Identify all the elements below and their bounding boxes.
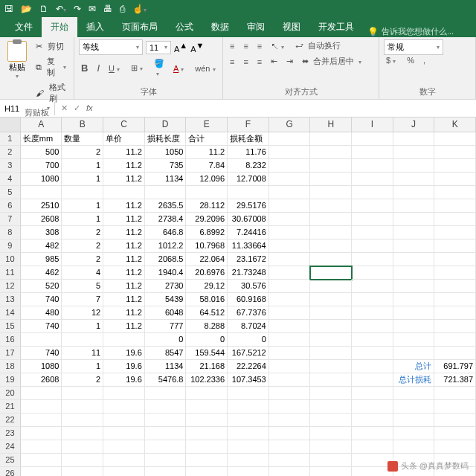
row-header[interactable]: 16: [0, 333, 21, 347]
cell[interactable]: [21, 427, 62, 440]
cell[interactable]: 12.096: [186, 173, 228, 186]
cell[interactable]: 1: [62, 199, 103, 213]
cell[interactable]: [21, 186, 62, 199]
cell[interactable]: [269, 226, 311, 239]
cell[interactable]: [103, 186, 145, 199]
merge-button[interactable]: ⬌ 合并后居中▾: [300, 55, 366, 68]
cell[interactable]: [21, 400, 62, 414]
cell[interactable]: [434, 253, 476, 266]
tab-insert[interactable]: 插入: [77, 17, 113, 37]
cell[interactable]: [62, 467, 103, 476]
cell[interactable]: [269, 239, 311, 253]
cell[interactable]: 5: [62, 280, 103, 293]
cell[interactable]: [145, 440, 187, 454]
cell[interactable]: 1: [62, 159, 103, 173]
cell[interactable]: [269, 213, 311, 226]
cell[interactable]: 2: [62, 373, 103, 387]
cell[interactable]: [62, 387, 103, 400]
cell[interactable]: [393, 213, 435, 226]
cell[interactable]: 数量: [62, 132, 103, 146]
cell[interactable]: [103, 414, 145, 427]
row-header[interactable]: 3: [0, 159, 21, 173]
cell[interactable]: [228, 467, 269, 476]
row-header[interactable]: 5: [0, 186, 21, 199]
col-header[interactable]: G: [269, 118, 311, 132]
cell[interactable]: 11.2: [103, 199, 145, 213]
cell[interactable]: 67.7376: [228, 306, 269, 320]
row-header[interactable]: 26: [0, 467, 21, 476]
tell-me[interactable]: 💡 告诉我您想做什么...: [367, 26, 454, 37]
cell[interactable]: [145, 400, 187, 414]
cell[interactable]: [186, 454, 228, 467]
cell[interactable]: 11.2: [103, 266, 145, 280]
cell[interactable]: 2608: [21, 213, 62, 226]
cell[interactable]: [434, 347, 476, 360]
cell[interactable]: 6048: [145, 306, 187, 320]
cell[interactable]: 107.3453: [228, 373, 269, 387]
cell[interactable]: 0: [186, 333, 228, 347]
cell[interactable]: 22.2264: [228, 360, 269, 373]
cell[interactable]: [393, 427, 435, 440]
row-header[interactable]: 4: [0, 173, 21, 186]
row-header[interactable]: 2: [0, 146, 21, 159]
row-header[interactable]: 18: [0, 360, 21, 373]
cell[interactable]: [310, 467, 352, 476]
cell[interactable]: [186, 186, 228, 199]
cell[interactable]: 1: [62, 360, 103, 373]
enter-icon[interactable]: ✓: [74, 103, 80, 113]
row-header[interactable]: 19: [0, 373, 21, 387]
row-header[interactable]: 25: [0, 454, 21, 467]
cell[interactable]: 735: [145, 159, 187, 173]
cell[interactable]: [62, 427, 103, 440]
cell[interactable]: [352, 132, 393, 146]
tab-developer[interactable]: 开发工具: [309, 17, 363, 37]
cell[interactable]: 1080: [21, 360, 62, 373]
cell[interactable]: 11: [62, 347, 103, 360]
cell[interactable]: [228, 440, 269, 454]
increase-indent-icon[interactable]: ⇥: [284, 56, 295, 67]
cell[interactable]: [62, 414, 103, 427]
cell[interactable]: 2068.5: [145, 253, 187, 266]
cell[interactable]: [62, 400, 103, 414]
col-header[interactable]: B: [62, 118, 103, 132]
cell[interactable]: [352, 373, 393, 387]
col-header[interactable]: F: [228, 118, 269, 132]
cell[interactable]: [393, 253, 435, 266]
cell[interactable]: [186, 427, 228, 440]
cell[interactable]: [393, 293, 435, 306]
cell[interactable]: 合计: [186, 132, 228, 146]
col-header[interactable]: K: [434, 118, 476, 132]
col-header[interactable]: I: [352, 118, 393, 132]
row-header[interactable]: 11: [0, 266, 21, 280]
row-header[interactable]: 13: [0, 293, 21, 306]
cell[interactable]: 58.016: [186, 293, 228, 306]
align-left-icon[interactable]: ≡: [228, 57, 237, 67]
cell[interactable]: 11.2: [103, 173, 145, 186]
cell[interactable]: [145, 414, 187, 427]
cell[interactable]: 102.2336: [186, 373, 228, 387]
tab-review[interactable]: 审阅: [238, 17, 274, 37]
cell[interactable]: [62, 454, 103, 467]
cell[interactable]: [310, 213, 352, 226]
cell[interactable]: [269, 173, 311, 186]
cell[interactable]: 2738.4: [145, 213, 187, 226]
row-header[interactable]: 17: [0, 347, 21, 360]
cell[interactable]: [145, 186, 187, 199]
cell[interactable]: [310, 454, 352, 467]
cell[interactable]: [352, 226, 393, 239]
row-header[interactable]: 6: [0, 199, 21, 213]
cell[interactable]: 总计损耗: [393, 373, 435, 387]
cell[interactable]: [310, 333, 352, 347]
increase-font-icon[interactable]: A▲: [174, 41, 187, 54]
row-header[interactable]: 21: [0, 400, 21, 414]
cell[interactable]: 6.8992: [186, 226, 228, 239]
paste-button[interactable]: 粘贴▾: [4, 39, 30, 106]
cell[interactable]: [103, 333, 145, 347]
cell[interactable]: 2: [62, 239, 103, 253]
cell[interactable]: 1012.2: [145, 239, 187, 253]
cell[interactable]: [393, 199, 435, 213]
cell[interactable]: [434, 306, 476, 320]
cell[interactable]: [393, 387, 435, 400]
cell[interactable]: [310, 427, 352, 440]
cell[interactable]: 500: [21, 146, 62, 159]
